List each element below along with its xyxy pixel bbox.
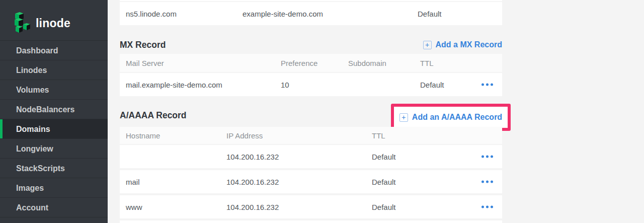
a-col-ttl: TTL bbox=[372, 127, 385, 144]
a-ip-cell: 104.200.16.232 bbox=[226, 170, 279, 193]
ns-ttl-cell: Default bbox=[418, 2, 442, 25]
add-a-aaaa-record-label: Add an A/AAAA Record bbox=[412, 113, 502, 122]
a-table-row: www 104.200.16.232 Default bbox=[120, 195, 502, 218]
a-ttl-cell: Default bbox=[372, 145, 396, 168]
a-col-ip-address: IP Address bbox=[226, 127, 263, 144]
ns-table-row-partial bbox=[120, 0, 502, 1]
a-ttl-cell: Default bbox=[372, 170, 396, 193]
sidebar-item-images[interactable]: Images bbox=[0, 178, 108, 198]
linode-logo[interactable]: linode bbox=[0, 0, 108, 38]
ns-domain-cell: example-site-demo.com bbox=[243, 2, 323, 25]
a-col-hostname: Hostname bbox=[126, 127, 160, 144]
sidebar-item-longview[interactable]: Longview bbox=[0, 139, 108, 159]
mx-preference-cell: 10 bbox=[281, 73, 289, 96]
sidebar: linode Dashboard Linodes Volumes NodeBal… bbox=[0, 0, 108, 223]
sidebar-nav: Dashboard Linodes Volumes NodeBalancers … bbox=[0, 40, 108, 217]
mx-section-header: MX Record + Add a MX Record bbox=[120, 38, 502, 51]
a-section-title: A/AAAA Record bbox=[120, 110, 187, 121]
mx-ttl-cell: Default bbox=[420, 73, 444, 96]
add-a-aaaa-record-button[interactable]: + Add an A/AAAA Record bbox=[399, 113, 502, 122]
ns-table-row: ns5.linode.com example-site-demo.com Def… bbox=[120, 2, 502, 25]
a-table-row-partial bbox=[120, 220, 502, 223]
a-row-actions-menu-icon[interactable] bbox=[479, 153, 495, 161]
sidebar-item-stackscripts[interactable]: StackScripts bbox=[0, 159, 108, 178]
domain-records-panel: ns5.linode.com example-site-demo.com Def… bbox=[108, 0, 644, 223]
a-ip-cell: 104.200.16.232 bbox=[226, 195, 279, 218]
a-ttl-cell: Default bbox=[372, 195, 396, 218]
mx-table-row: mail.example-site-demo.com 10 Default bbox=[120, 73, 502, 96]
sidebar-item-domains[interactable]: Domains bbox=[0, 119, 108, 139]
add-mx-record-button[interactable]: + Add a MX Record bbox=[423, 40, 502, 49]
mx-col-mail-server: Mail Server bbox=[126, 54, 164, 72]
mx-section-title: MX Record bbox=[120, 40, 166, 50]
sidebar-item-linodes[interactable]: Linodes bbox=[0, 60, 108, 80]
mx-table-header: Mail Server Preference Subdomain TTL bbox=[120, 54, 502, 72]
mx-row-actions-menu-icon[interactable] bbox=[479, 81, 495, 89]
linode-manager-screen: linode Dashboard Linodes Volumes NodeBal… bbox=[0, 0, 644, 223]
sidebar-item-volumes[interactable]: Volumes bbox=[0, 80, 108, 100]
a-table-row: 104.200.16.232 Default bbox=[120, 145, 502, 168]
add-mx-record-label: Add a MX Record bbox=[436, 40, 502, 49]
mx-mail-server-cell: mail.example-site-demo.com bbox=[126, 73, 222, 96]
a-row-actions-menu-icon[interactable] bbox=[479, 203, 495, 211]
mx-col-preference: Preference bbox=[281, 54, 317, 72]
mx-col-ttl: TTL bbox=[420, 54, 434, 72]
plus-icon: + bbox=[423, 41, 432, 49]
mx-col-subdomain: Subdomain bbox=[348, 54, 386, 72]
a-hostname-cell: www bbox=[126, 195, 142, 218]
a-table-header: Hostname IP Address TTL bbox=[120, 127, 502, 144]
logo-wordmark: linode bbox=[36, 17, 70, 30]
ns-name-server-cell: ns5.linode.com bbox=[126, 2, 177, 25]
a-table-row: mail 104.200.16.232 Default bbox=[120, 170, 502, 193]
a-row-actions-menu-icon[interactable] bbox=[479, 178, 495, 186]
a-hostname-cell: mail bbox=[126, 170, 140, 193]
a-ip-cell: 104.200.16.232 bbox=[226, 145, 279, 168]
sidebar-item-nodebalancers[interactable]: NodeBalancers bbox=[0, 100, 108, 119]
linode-logo-icon bbox=[11, 12, 31, 35]
sidebar-item-account[interactable]: Account bbox=[0, 198, 108, 217]
plus-icon: + bbox=[399, 113, 408, 122]
sidebar-item-dashboard[interactable]: Dashboard bbox=[0, 41, 108, 60]
